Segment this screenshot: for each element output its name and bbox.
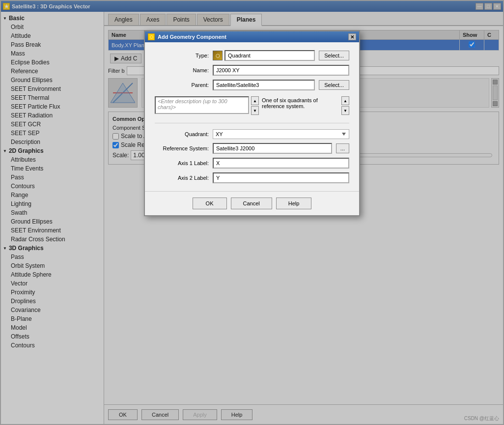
modal-title-bar: ⬡ Add Geometry Component ✕ — [145, 31, 359, 42]
description-area: <Enter description (up to 300 chars)> ▲ … — [155, 96, 349, 115]
quadrant-select[interactable]: XY XZ YZ -XY -XZ -YZ — [213, 129, 349, 139]
modal-body: Type: ⬡ Select... Name: Parent: Sel — [145, 42, 359, 191]
modal-ok-button[interactable]: OK — [193, 198, 227, 209]
type-label: Type: — [155, 53, 209, 58]
name-row: Name: — [155, 65, 349, 76]
ref-system-browse-button[interactable]: ... — [336, 143, 349, 153]
ref-system-label: Reference System: — [155, 145, 209, 151]
type-row: Type: ⬡ Select... — [155, 50, 349, 61]
type-field[interactable] — [224, 50, 315, 61]
desc-scroll-up[interactable]: ▲ — [251, 96, 259, 105]
axis1-input[interactable] — [213, 158, 349, 169]
type-select-button[interactable]: Select... — [319, 51, 349, 60]
modal-footer: OK Cancel Help — [145, 191, 359, 215]
parent-field[interactable] — [213, 80, 315, 90]
name-field[interactable] — [213, 65, 349, 76]
separator — [155, 123, 349, 123]
type-icon: ⬡ — [213, 51, 223, 60]
modal-cancel-button[interactable]: Cancel — [231, 198, 272, 209]
add-geometry-modal: ⬡ Add Geometry Component ✕ Type: ⬡ Selec… — [144, 30, 360, 216]
axis1-row: Axis 1 Label: — [155, 158, 349, 169]
axis2-label: Axis 2 Label: — [155, 175, 209, 181]
axis2-input[interactable] — [213, 172, 349, 183]
hint-scroll-down[interactable]: ▼ — [341, 106, 349, 115]
ref-system-row: Reference System: ... — [155, 143, 349, 154]
quadrant-row: Quadrant: XY XZ YZ -XY -XZ -YZ — [155, 129, 349, 139]
axis2-row: Axis 2 Label: — [155, 172, 349, 183]
parent-select-button[interactable]: Select... — [319, 80, 349, 90]
modal-overlay: ⬡ Add Geometry Component ✕ Type: ⬡ Selec… — [1, 1, 503, 424]
description-input[interactable]: <Enter description (up to 300 chars)> — [155, 96, 249, 114]
name-label: Name: — [155, 67, 209, 73]
modal-help-button[interactable]: Help — [276, 198, 312, 209]
desc-scroll-arrows: ▲ ▼ — [251, 96, 259, 115]
desc-scroll-down[interactable]: ▼ — [251, 106, 259, 115]
hint-scroll-up[interactable]: ▲ — [341, 96, 349, 105]
main-window: ★ Satellite3 : 3D Graphics Vector — □ ✕ … — [0, 0, 504, 425]
axis1-label: Axis 1 Label: — [155, 160, 209, 166]
parent-label: Parent: — [155, 82, 209, 88]
parent-row: Parent: Select... — [155, 80, 349, 90]
modal-title: Add Geometry Component — [158, 34, 345, 40]
desc-hint-scroll: ▲ ▼ — [341, 96, 349, 115]
modal-icon: ⬡ — [148, 33, 155, 40]
desc-hint-text: One of six quadrants of reference system… — [261, 96, 339, 115]
ref-system-input[interactable] — [213, 143, 332, 154]
quadrant-label: Quadrant: — [155, 131, 209, 137]
modal-close-button[interactable]: ✕ — [348, 33, 356, 40]
